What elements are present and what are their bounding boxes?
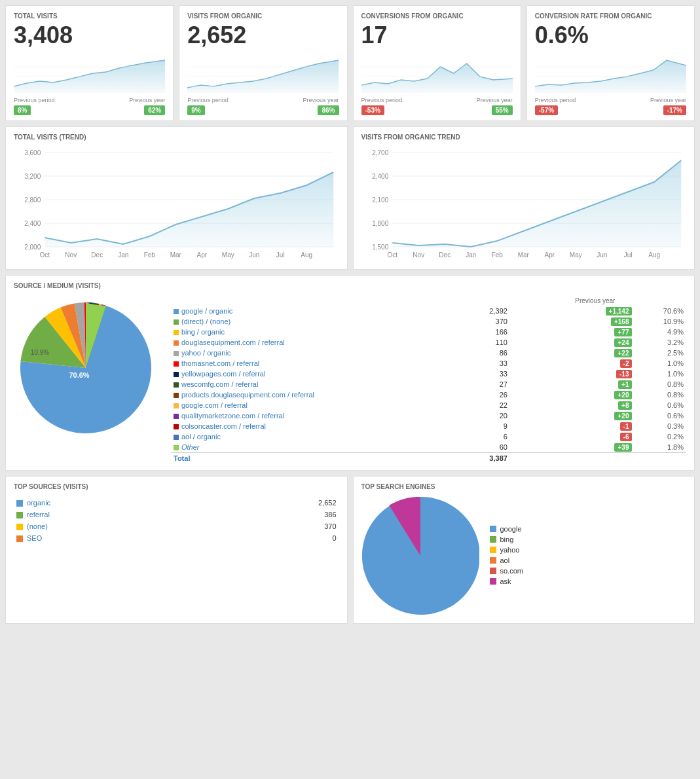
source-prev: +20 [510,410,635,421]
list-item: organic 2,652 [14,497,339,509]
svg-text:Dec: Dec [91,251,103,259]
source-prev: +168 [510,316,635,327]
search-engines-pie [361,497,479,617]
badges-conversions: -53% 55% [361,105,513,115]
trend-label-organic: VISITS FROM ORGANIC TREND [361,134,687,141]
source-name: wescomfg.com / referral [171,379,464,390]
metric-footer-labels-2: Previous period Previous year [187,97,339,103]
svg-text:2,400: 2,400 [24,220,41,227]
source-pie-container: 70.6% 10.9% [14,296,158,440]
svg-text:3,200: 3,200 [24,173,41,180]
metric-card-conversions: CONVERSIONS FROM ORGANIC 17 Previous per… [353,5,521,121]
svg-text:Feb: Feb [491,251,503,259]
se-legend-item: google [490,525,523,533]
se-legend-item: ask [490,577,523,585]
total-label: Total [171,452,464,463]
metric-card-total-visits: TOTAL VISITS 3,408 Previous period Previ… [5,5,174,121]
source-name: thomasnet.com / referral [171,358,464,369]
badges-visits-organic: 9% 86% [187,105,339,115]
source-medium-label: SOURCE / MEDIUM (VISITS) [14,282,686,289]
svg-text:2,700: 2,700 [372,149,388,156]
source-pct: 0.2% [635,431,686,442]
source-name: douglasequipment.com / referral [171,337,464,348]
source-visits: 6 [464,431,510,442]
svg-text:Oct: Oct [387,251,397,259]
svg-text:10.9%: 10.9% [31,349,49,356]
source-prev: +24 [510,337,635,348]
source-visits: 86 [464,348,510,358]
source-visits: 60 [464,442,510,453]
badge-year-visits-organic: 86% [318,105,339,115]
metric-chart-visits-organic [187,54,339,93]
svg-text:2,800: 2,800 [24,196,41,204]
source-pct: 10.9% [635,316,686,327]
source-visits: 110 [464,337,510,348]
source-name: google / organic [171,306,464,316]
source-medium-card: SOURCE / MEDIUM (VISITS) [5,275,695,471]
badge-period-conversions: -53% [361,105,384,115]
dashboard: TOTAL VISITS 3,408 Previous period Previ… [5,5,695,624]
svg-text:Feb: Feb [144,251,156,259]
source-medium-content: 70.6% 10.9% Previous year [14,296,686,463]
trend-label-total-visits: TOTAL VISITS (TREND) [14,134,339,141]
source-visits: 27 [464,379,510,390]
metric-card-visits-organic: VISITS FROM ORGANIC 2,652 Previous perio… [179,5,347,121]
se-legend: googlebingyahooaolso.comask [490,525,523,588]
source-visits: 33 [464,369,510,379]
source-name: qualitymarketzone.com / referral [171,410,464,421]
trend-chart-total-visits: 3,600 3,200 2,800 2,400 2,000 [14,146,339,264]
badge-year-total-visits: 62% [144,105,165,115]
source-visits: 370 [464,316,510,327]
svg-text:70.6%: 70.6% [69,371,89,379]
source-pct: 4.9% [635,327,686,337]
source-prev: -2 [510,358,635,369]
badge-period-visits-organic: 9% [187,105,204,115]
source-name: yellowpages.com / referral [171,369,464,379]
svg-text:Jul: Jul [276,251,285,259]
metric-label-total-visits: TOTAL VISITS [14,12,165,20]
source-prev: -13 [510,369,635,379]
source-visits: 166 [464,327,510,337]
metric-value-total-visits: 3,408 [14,22,165,48]
top-sources-label: TOP SOURCES (VISITS) [14,483,339,490]
metric-value-conversions: 17 [361,22,513,48]
search-engines-content: googlebingyahooaolso.comask [361,497,687,617]
svg-text:Oct: Oct [39,251,50,259]
source-visits: 26 [464,390,510,400]
metric-label-visits-organic: VISITS FROM ORGANIC [187,12,339,20]
badge-year-conversions: 55% [492,105,513,115]
svg-text:2,400: 2,400 [372,173,388,180]
source-table: Previous year google / organic 2,392 +1,… [171,296,686,463]
metric-chart-conversion-rate [535,54,686,93]
svg-text:2,000: 2,000 [24,244,41,251]
source-prev: +8 [510,400,635,410]
svg-text:Mar: Mar [517,251,529,259]
svg-text:1,500: 1,500 [372,244,388,251]
source-pct: 0.8% [635,390,686,400]
metric-value-visits-organic: 2,652 [187,22,339,48]
metric-footer-labels-3: Previous period Previous year [361,97,513,103]
source-pct: 0.8% [635,379,686,390]
source-prev: +1,142 [510,306,635,316]
badges-conversion-rate: -57% -17% [535,105,686,115]
metric-card-conversion-rate: CONVERSION RATE FROM ORGANIC 0.6% Previo… [526,5,695,121]
svg-text:Apr: Apr [544,251,555,259]
source-pct: 0.3% [635,421,686,431]
source-name: colsoncaster.com / referral [171,421,464,431]
se-legend-item: so.com [490,567,523,575]
source-name: Other [171,442,464,453]
source-pct: 0.6% [635,400,686,410]
source-visits: 20 [464,410,510,421]
list-item: SEO 0 [14,532,339,544]
svg-text:Mar: Mar [170,251,182,259]
svg-text:1,800: 1,800 [372,220,388,227]
metric-chart-conversions [361,54,513,93]
source-name: aol / organic [171,431,464,442]
svg-text:Jun: Jun [597,251,607,259]
source-name: google.com / referral [171,400,464,410]
source-pct: 1.0% [635,369,686,379]
source-pie-chart: 70.6% 10.9% [14,296,158,440]
se-legend-item: bing [490,535,523,543]
source-prev: +39 [510,442,635,453]
svg-text:Nov: Nov [413,251,424,259]
